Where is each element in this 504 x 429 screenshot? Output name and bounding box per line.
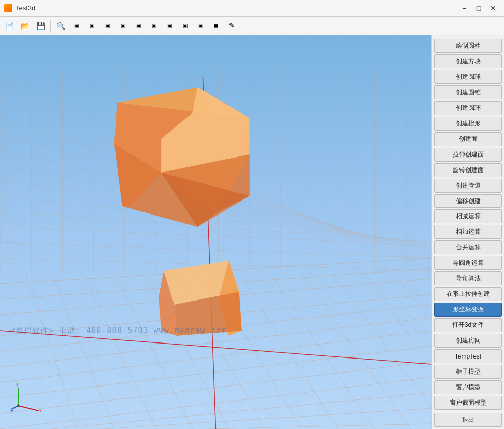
toolbar-zoom-button[interactable]: 🔍 bbox=[53, 19, 68, 33]
toolbar-view6-button[interactable]: ▣ bbox=[147, 19, 161, 33]
maximize-button[interactable]: □ bbox=[472, 3, 485, 14]
grid-canvas bbox=[0, 35, 431, 429]
svg-text:Y: Y bbox=[16, 382, 19, 388]
titlebar: Test3d − □ ✕ bbox=[0, 0, 504, 17]
panel-btn-10[interactable]: 偏移创建 bbox=[434, 194, 502, 208]
panel-btn-5[interactable]: 创建楔形 bbox=[434, 117, 502, 131]
panel-btn-7[interactable]: 拉伸创建面 bbox=[434, 148, 502, 162]
toolbar-view8-button[interactable]: ▣ bbox=[178, 19, 192, 33]
panel-btn-18[interactable]: 打开3d文件 bbox=[434, 318, 502, 332]
toolbar-view1-button[interactable]: ▣ bbox=[69, 19, 83, 33]
main-content: <梦想软件> 电话: 400-888-5703 www.mxdraw.com X… bbox=[0, 35, 504, 429]
toolbar-new-button[interactable]: 📄 bbox=[2, 19, 17, 33]
toolbar: 📄 📂 💾 🔍 ▣ ▣ ▣ ▣ ▣ ▣ ▣ ▣ ▣ ◼ ✎ bbox=[0, 17, 504, 35]
toolbar-view9-button[interactable]: ▣ bbox=[193, 19, 208, 33]
svg-text:X: X bbox=[39, 408, 41, 413]
minimize-button[interactable]: − bbox=[457, 3, 471, 14]
panel-btn-3[interactable]: 创建圆锥 bbox=[434, 85, 502, 99]
svg-line-67 bbox=[18, 406, 39, 411]
toolbar-settings-button[interactable]: ◼ bbox=[209, 19, 223, 33]
titlebar-left: Test3d bbox=[4, 4, 35, 12]
panel-btn-14[interactable]: 导圆角运算 bbox=[434, 256, 502, 270]
close-button[interactable]: ✕ bbox=[486, 3, 500, 14]
panel-btn-8[interactable]: 旋转创建面 bbox=[434, 163, 502, 177]
svg-text:Z: Z bbox=[10, 409, 13, 413]
panel-btn-20[interactable]: TempTest bbox=[434, 349, 502, 363]
panel-btn-16[interactable]: 在形上拉伸创建 bbox=[434, 287, 502, 301]
panel-btn-1[interactable]: 创建方块 bbox=[434, 54, 502, 68]
svg-point-73 bbox=[17, 405, 20, 407]
panel-btn-17[interactable]: 形坐标变换 bbox=[434, 303, 502, 317]
right-panel: 绘制圆柱创建方块创建圆球创建圆锥创建圆环创建楔形创建面拉伸创建面旋转创建面创建管… bbox=[431, 35, 504, 429]
panel-btn-15[interactable]: 导角算法 bbox=[434, 271, 502, 285]
axes-indicator: X Y Z bbox=[10, 382, 41, 413]
toolbar-view3-button[interactable]: ▣ bbox=[100, 19, 114, 33]
panel-btn-0[interactable]: 绘制圆柱 bbox=[434, 39, 502, 53]
app-title: Test3d bbox=[16, 4, 35, 12]
toolbar-sep-1 bbox=[50, 20, 51, 32]
titlebar-controls: − □ ✕ bbox=[457, 3, 500, 14]
panel-btn-23[interactable]: 窗户截面模型 bbox=[434, 396, 502, 410]
panel-btn-2[interactable]: 创建圆球 bbox=[434, 70, 502, 84]
toolbar-save-button[interactable]: 💾 bbox=[33, 19, 48, 33]
panel-btn-22[interactable]: 窗户模型 bbox=[434, 380, 502, 394]
panel-btn-13[interactable]: 合并运算 bbox=[434, 240, 502, 254]
panel-btn-11[interactable]: 相减运算 bbox=[434, 209, 502, 223]
toolbar-view4-button[interactable]: ▣ bbox=[116, 19, 130, 33]
exit-button[interactable]: 退出 bbox=[434, 413, 502, 427]
panel-btn-6[interactable]: 创建面 bbox=[434, 132, 502, 146]
toolbar-draw-button[interactable]: ✎ bbox=[224, 19, 239, 33]
toolbar-view2-button[interactable]: ▣ bbox=[84, 19, 99, 33]
panel-btn-4[interactable]: 创建圆环 bbox=[434, 101, 502, 115]
app-icon bbox=[4, 4, 12, 12]
panel-btn-21[interactable]: 柜子模型 bbox=[434, 365, 502, 379]
panel-btn-19[interactable]: 创建房间 bbox=[434, 334, 502, 348]
toolbar-open-button[interactable]: 📂 bbox=[18, 19, 32, 33]
toolbar-view7-button[interactable]: ▣ bbox=[162, 19, 177, 33]
panel-btn-9[interactable]: 创建管道 bbox=[434, 179, 502, 193]
toolbar-view5-button[interactable]: ▣ bbox=[131, 19, 146, 33]
svg-rect-0 bbox=[0, 35, 431, 429]
panel-btn-12[interactable]: 相加运算 bbox=[434, 225, 502, 239]
viewport[interactable]: <梦想软件> 电话: 400-888-5703 www.mxdraw.com X… bbox=[0, 35, 431, 429]
